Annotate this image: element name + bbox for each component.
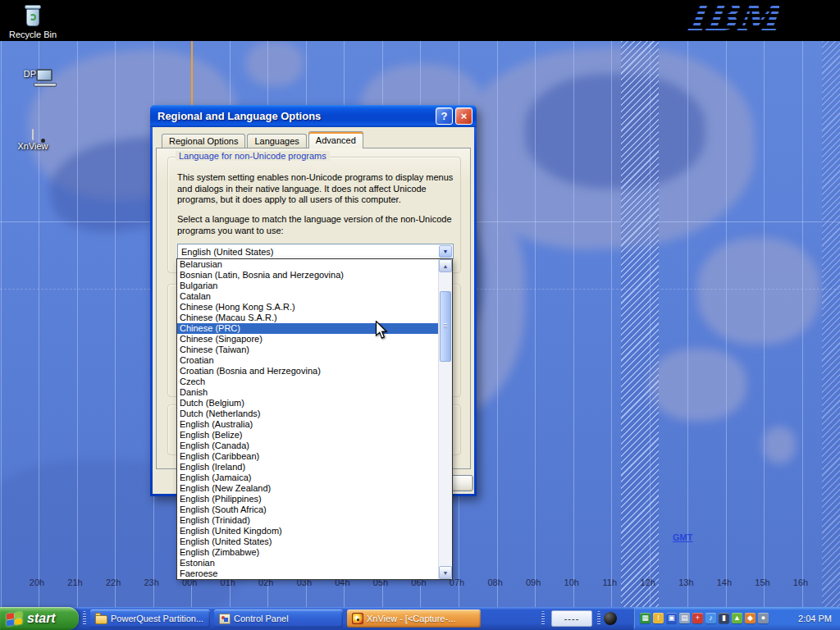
taskbar-window-button[interactable]: Control Panel: [214, 609, 343, 628]
timezone-label: 15h: [755, 578, 769, 587]
taskbar-grip[interactable]: [541, 611, 545, 626]
instruction-text: Select a language to match the language …: [177, 214, 460, 236]
xnview-app-icon: [32, 129, 34, 140]
language-option[interactable]: English (Trinidad): [177, 515, 438, 526]
language-option[interactable]: English (Caribbean): [177, 451, 438, 462]
language-option[interactable]: English (Philippines): [177, 494, 438, 504]
tray-icon-7[interactable]: ▮: [719, 613, 729, 623]
language-option[interactable]: English (Jamaica): [177, 472, 438, 483]
tray-icon-10[interactable]: ●: [758, 613, 769, 623]
language-option[interactable]: Croatian (Bosnia and Herzegovina): [177, 366, 438, 377]
current-time-marker: [191, 41, 193, 106]
combobox-value: English (United States): [181, 247, 274, 257]
tray-icon-1[interactable]: ▦: [640, 613, 651, 623]
tray-icon-5[interactable]: +: [692, 613, 703, 623]
language-option[interactable]: Bosnian (Latin, Bosnia and Herzegovina): [177, 270, 438, 281]
language-options: BelarusianBosnian (Latin, Bosnia and Her…: [177, 259, 438, 579]
tray-icon-9[interactable]: ◆: [745, 613, 756, 623]
desktop-icon-xnview[interactable]: XnView: [8, 130, 57, 151]
language-option[interactable]: Chinese (PRC): [177, 323, 438, 334]
language-combobox[interactable]: English (United States) ▼: [177, 244, 454, 259]
language-option[interactable]: English (Zimbabwe): [177, 547, 438, 558]
tray-icon-8[interactable]: ▲: [732, 613, 742, 623]
timezone-label: 11h: [602, 578, 617, 587]
dialog-tab[interactable]: Advanced: [308, 131, 363, 148]
start-label: start: [27, 611, 56, 626]
language-option[interactable]: English (Ireland): [177, 462, 438, 472]
tray-icon-3[interactable]: ▣: [666, 613, 677, 623]
scroll-up-icon[interactable]: ▲: [439, 259, 452, 272]
language-option[interactable]: Chinese (Taiwan): [177, 345, 438, 355]
tab-strip: Regional OptionsLanguagesAdvanced: [162, 130, 365, 148]
dateline-hatch-band: [621, 41, 659, 607]
timezone-label: 16h: [793, 578, 808, 587]
dialog-tab[interactable]: Languages: [247, 134, 306, 148]
xnview-icon: [352, 613, 363, 624]
timezone-label: 21h: [67, 578, 82, 587]
dialog-tab[interactable]: Regional Options: [162, 134, 245, 148]
language-option[interactable]: Faeroese: [177, 568, 438, 579]
language-option[interactable]: English (Belize): [177, 430, 438, 441]
taskbar-window-button[interactable]: XnView - [<Capture-...: [347, 609, 481, 628]
mouse-cursor: [375, 321, 387, 340]
gmt-label: GMT: [673, 532, 692, 542]
windows-logo-icon: [7, 610, 22, 627]
timezone-label: 10h: [564, 578, 579, 587]
help-button[interactable]: ?: [436, 107, 453, 125]
language-option[interactable]: Czech: [177, 377, 438, 387]
desktop-icon-dpb[interactable]: DPB: [8, 67, 57, 79]
language-option[interactable]: Croatian: [177, 355, 438, 366]
window-button-label: XnView - [<Capture-...: [367, 614, 455, 623]
language-option[interactable]: Dutch (Netherlands): [177, 409, 438, 419]
icon-label: XnView: [8, 141, 57, 151]
taskbar-deskband[interactable]: ----: [551, 610, 592, 627]
description-text: This system setting enables non-Unicode …: [177, 172, 460, 206]
folder-icon: [95, 615, 107, 624]
language-option[interactable]: English (Australia): [177, 419, 438, 430]
language-option[interactable]: English (Canada): [177, 441, 438, 451]
window-button-label: Control Panel: [234, 614, 289, 623]
language-option[interactable]: Chinese (Hong Kong S.A.R.): [177, 302, 438, 313]
language-option[interactable]: Catalan: [177, 291, 438, 302]
scroll-down-icon[interactable]: ▼: [439, 566, 452, 579]
language-option[interactable]: Chinese (Macau S.A.R.): [177, 313, 438, 323]
taskbar-grip[interactable]: [83, 611, 86, 626]
timezone-label: 23h: [144, 578, 158, 587]
timezone-label: 12h: [641, 578, 655, 587]
close-button[interactable]: ×: [455, 107, 472, 125]
language-option[interactable]: Belarusian: [177, 259, 438, 270]
timezone-label: 14h: [717, 578, 732, 587]
language-option[interactable]: English (United States): [177, 536, 438, 547]
tray-icon-4[interactable]: ▤: [679, 613, 690, 623]
groupbox-title: Language for non-Unicode programs: [176, 151, 330, 161]
ibm-logo-stripes: [684, 0, 779, 41]
language-option[interactable]: Bulgarian: [177, 281, 438, 291]
combobox-dropdown-button[interactable]: ▼: [439, 245, 452, 258]
recycle-bin-icon: [22, 3, 43, 28]
system-tray: ▦!▣▤+♪▮▲◆● 2:04 PM: [633, 607, 840, 630]
dialog-titlebar[interactable]: Regional and Language Options ? ×: [150, 105, 477, 127]
language-option[interactable]: English (New Zealand): [177, 483, 438, 494]
timezone-label: 20h: [30, 578, 44, 587]
timezone-label: 09h: [526, 578, 541, 587]
dropdown-scrollbar[interactable]: ▲ ▼: [438, 259, 452, 579]
scrollbar-thumb[interactable]: [440, 291, 451, 362]
tray-icons: ▦!▣▤+♪▮▲◆●: [640, 613, 769, 623]
taskbar-window-buttons: PowerQuest Partition... Control Panel Xn…: [90, 609, 481, 628]
taskbar-app-icon[interactable]: [604, 612, 617, 625]
language-option[interactable]: Danish: [177, 387, 438, 398]
language-option[interactable]: English (South Africa): [177, 504, 438, 515]
language-option[interactable]: Dutch (Belgium): [177, 398, 438, 409]
desktop-icon-recycle-bin[interactable]: Recycle Bin: [8, 3, 57, 39]
taskbar-clock[interactable]: 2:04 PM: [798, 607, 832, 630]
language-option[interactable]: English (United Kingdom): [177, 526, 438, 536]
language-option[interactable]: Estonian: [177, 558, 438, 568]
start-button[interactable]: start: [0, 607, 79, 630]
tray-icon-6[interactable]: ♪: [705, 613, 716, 623]
timezone-label: 13h: [678, 578, 693, 587]
control-panel-icon: [219, 614, 231, 624]
taskbar-window-button[interactable]: PowerQuest Partition...: [90, 609, 210, 628]
tray-icon-2[interactable]: !: [653, 613, 664, 623]
taskbar-grip[interactable]: [597, 611, 600, 626]
language-option[interactable]: Chinese (Singapore): [177, 334, 438, 345]
